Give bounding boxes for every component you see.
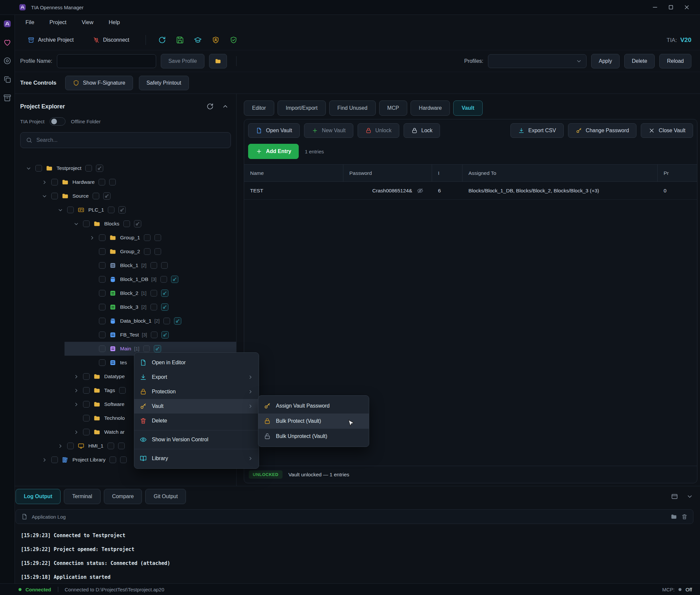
tree-item-block-2[interactable]: Block_2[1] — [15, 286, 236, 300]
protection-checkbox[interactable] — [163, 318, 170, 324]
tree-checkbox[interactable] — [83, 373, 90, 380]
tree-checkbox[interactable] — [99, 234, 106, 241]
apply-button[interactable]: Apply — [591, 54, 620, 68]
eye-off-icon[interactable] — [417, 188, 424, 194]
rail-target-button[interactable] — [2, 56, 12, 66]
protection-checkbox[interactable] — [124, 221, 130, 227]
disconnect-button[interactable]: Disconnect — [85, 33, 137, 47]
chevron-right-icon[interactable] — [40, 456, 49, 463]
protection-checkbox[interactable] — [151, 290, 157, 296]
tree-checkbox[interactable] — [99, 248, 106, 255]
tree-item-data-block-1[interactable]: Data_block_1[2] — [15, 314, 236, 328]
tree-checkbox[interactable] — [51, 193, 58, 199]
tree-item-blocks[interactable]: Blocks — [15, 217, 236, 231]
chevron-down-icon[interactable] — [56, 206, 64, 213]
add-entry-button[interactable]: Add Entry — [248, 144, 299, 159]
profiles-select[interactable] — [488, 54, 587, 68]
menu-help[interactable]: Help — [108, 19, 120, 25]
lock-button[interactable]: Lock — [404, 123, 440, 138]
tree-item-block-1[interactable]: Block_1[2] — [15, 258, 236, 273]
tab-hardware[interactable]: Hardware — [410, 101, 450, 116]
chevron-right-icon[interactable] — [72, 401, 80, 407]
chevron-right-icon[interactable] — [56, 443, 64, 449]
tree-checkbox[interactable] — [99, 318, 106, 324]
open-vault-button[interactable]: Open Vault — [248, 123, 300, 138]
rail-copy-button[interactable] — [2, 74, 12, 84]
context-menu-item-vault[interactable]: Vault — [134, 399, 259, 414]
context-menu-item-export[interactable]: Export — [134, 370, 259, 385]
tree-checkbox[interactable] — [83, 387, 90, 394]
table-row[interactable]: TESTCrash00865124&6Blocks/Block_1_DB, Bl… — [244, 182, 697, 200]
protection-checkbox[interactable] — [143, 345, 150, 352]
protection-checkbox[interactable] — [109, 456, 116, 463]
toolbar-graduation-cap-button[interactable] — [193, 35, 203, 45]
bottom-tab-compare[interactable]: Compare — [104, 489, 142, 504]
vault-key-icon[interactable] — [134, 220, 141, 227]
minimize-button[interactable] — [652, 4, 658, 10]
column-header-password[interactable]: Password — [343, 165, 432, 181]
tab-mcp[interactable]: MCP — [379, 101, 408, 116]
chevron-right-icon[interactable] — [72, 429, 80, 435]
tree-checkbox[interactable] — [83, 429, 90, 435]
tree-checkbox[interactable] — [83, 221, 90, 227]
protection-checkbox[interactable] — [160, 276, 167, 283]
rail-heart-button[interactable] — [2, 37, 12, 47]
vault-key-icon[interactable] — [161, 304, 168, 311]
maximize-button[interactable] — [668, 4, 674, 10]
tree-checkbox[interactable] — [35, 165, 42, 172]
search-box[interactable] — [20, 132, 231, 148]
tree-checkbox[interactable] — [67, 443, 74, 449]
chevron-down-icon[interactable] — [72, 221, 80, 227]
protection-checkbox[interactable] — [85, 165, 92, 172]
vault-key-icon[interactable] — [161, 289, 168, 297]
protection-checkbox[interactable] — [99, 179, 105, 186]
protection-checkbox[interactable] — [108, 443, 114, 449]
tree-item-group-1[interactable]: Group_1 — [15, 231, 236, 245]
tree-item-fb-test[interactable]: FB_Test[3] — [15, 328, 236, 342]
protection-checkbox[interactable] — [144, 248, 151, 255]
reload-button[interactable]: Reload — [659, 54, 692, 68]
tree-item-source[interactable]: Source — [15, 189, 236, 203]
menu-file[interactable]: File — [25, 19, 34, 25]
vault-key-icon[interactable] — [161, 331, 169, 339]
tree-checkbox[interactable] — [99, 262, 106, 269]
chevron-right-icon[interactable] — [72, 387, 80, 394]
context-menu-item-library[interactable]: Library — [134, 451, 259, 466]
submenu-item-assign-vault-password[interactable]: Assign Vault Password — [258, 398, 369, 414]
clear-log-icon[interactable] — [681, 513, 688, 520]
profile-folder-button[interactable] — [209, 54, 227, 68]
tree-checkbox[interactable] — [83, 401, 90, 407]
context-menu-item-show-in-version-control[interactable]: Show in Version Control — [134, 432, 259, 447]
bottom-tab-git-output[interactable]: Git Output — [145, 489, 186, 504]
unlock-button[interactable]: Unlock — [358, 123, 399, 138]
submenu-item-bulk-unprotect-vault[interactable]: Bulk Unprotect (Vault) — [258, 429, 369, 444]
tree-checkbox[interactable] — [99, 359, 106, 366]
context-menu-item-protection[interactable]: Protection — [134, 385, 259, 399]
archive-project-button[interactable]: Archive Project — [20, 33, 81, 47]
delete-button[interactable]: Delete — [624, 54, 655, 68]
export-csv-button[interactable]: Export CSV — [510, 123, 564, 138]
protection-checkbox[interactable] — [118, 443, 125, 449]
toolbar-refresh-button[interactable] — [157, 35, 167, 45]
column-header-i[interactable]: I — [432, 165, 462, 181]
chevron-down-icon[interactable] — [24, 165, 33, 172]
protection-checkbox[interactable] — [161, 262, 168, 269]
tree-checkbox[interactable] — [99, 332, 106, 338]
chevron-right-icon[interactable] — [40, 179, 49, 186]
tree-checkbox[interactable] — [51, 179, 58, 186]
bottom-tab-terminal[interactable]: Terminal — [64, 489, 100, 504]
tree-item-block-1-db[interactable]: Block_1_DB[3] — [15, 273, 236, 286]
protection-checkbox[interactable] — [155, 234, 161, 241]
protection-checkbox[interactable] — [144, 234, 151, 241]
change-password-button[interactable]: Change Password — [568, 123, 637, 138]
safety-printout-button[interactable]: Safety Printout — [139, 76, 189, 90]
tree-checkbox[interactable] — [99, 290, 106, 296]
protection-checkbox[interactable] — [109, 179, 116, 186]
context-menu-item-open-in-editor[interactable]: Open in Editor — [134, 356, 259, 370]
tab-import-export[interactable]: Import/Export — [277, 101, 326, 116]
refresh-tree-icon[interactable] — [207, 103, 214, 110]
chevron-right-icon[interactable] — [72, 373, 80, 380]
collapse-panel-icon[interactable] — [686, 493, 693, 500]
protection-checkbox[interactable] — [151, 304, 157, 310]
protection-checkbox[interactable] — [119, 387, 126, 394]
